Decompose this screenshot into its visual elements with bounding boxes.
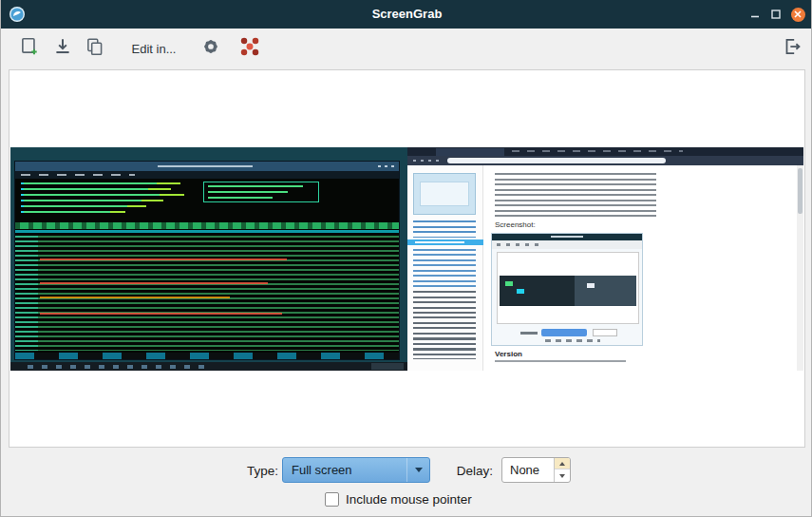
- how-to-launch-heading: How to Launch: [495, 369, 549, 371]
- terminal-menubar: [15, 171, 399, 179]
- type-label: Type:: [244, 464, 278, 478]
- preview-panel: Screenshot:: [9, 69, 805, 448]
- nested-type-label: [520, 332, 538, 335]
- save-icon: [52, 36, 73, 61]
- delay-spinbox-value: None: [510, 458, 539, 482]
- terminal-title-text: [158, 165, 253, 167]
- version-heading: Version: [495, 350, 522, 358]
- manual-page-content: Screenshot:: [407, 165, 803, 371]
- load-average-line: [208, 191, 288, 193]
- captured-desktop-left: [10, 147, 407, 371]
- spin-up-button[interactable]: [555, 458, 570, 469]
- delay-spin-buttons: [554, 458, 570, 482]
- manual-main-column: Screenshot:: [484, 165, 797, 371]
- toolbar: Edit in...: [1, 29, 812, 68]
- type-combobox[interactable]: Full screen: [282, 457, 430, 483]
- manual-sidebar: [407, 165, 483, 371]
- nested-type-combobox: [541, 329, 587, 336]
- include-pointer-checkbox[interactable]: [325, 492, 339, 507]
- intro-paragraph-text: [495, 173, 656, 219]
- htop-tasks-info-box: [203, 182, 319, 202]
- process-rows-text: [15, 236, 399, 351]
- nested-thumb-detail: [517, 289, 524, 294]
- arrow-up-icon: [559, 462, 565, 466]
- toc-links-lower: [413, 291, 476, 359]
- swap-meter: [21, 211, 125, 213]
- browser-tab-bar: [407, 147, 803, 156]
- minimize-button[interactable]: [746, 6, 764, 23]
- save-button[interactable]: [47, 33, 78, 64]
- screenshot-heading: Screenshot:: [495, 220, 536, 229]
- chevron-down-icon[interactable]: [406, 458, 429, 482]
- new-screenshot-icon: [19, 36, 40, 61]
- type-combobox-value: Full screen: [292, 458, 352, 482]
- browser-nav-icons: [413, 160, 440, 162]
- new-screenshot-button[interactable]: [14, 33, 45, 64]
- captured-taskbar: [10, 362, 407, 371]
- nested-toolbar-icons: [497, 243, 538, 246]
- cpu-meter: [21, 194, 184, 196]
- tasks-line: [208, 185, 303, 187]
- browser-active-tab: [436, 148, 504, 156]
- close-icon: [791, 8, 805, 22]
- taskbar-clock: [371, 363, 404, 370]
- cpu-meter: [21, 182, 180, 184]
- spin-down-button[interactable]: [555, 470, 570, 482]
- nested-pointer-checkbox-row: [545, 339, 600, 342]
- copy-button[interactable]: [80, 33, 110, 64]
- toc-links-middle: [413, 249, 476, 287]
- browser-scrollbar-thumb: [798, 168, 803, 214]
- captured-browser-window: Screenshot:: [407, 147, 803, 371]
- terminal-htop-output: [15, 179, 399, 359]
- memory-meter: [21, 205, 146, 207]
- quit-button[interactable]: [777, 33, 807, 64]
- toc-selected-item: [407, 239, 483, 245]
- nested-delay-spinbox: [593, 329, 617, 336]
- failed-unit-row: [40, 313, 282, 315]
- close-button[interactable]: [789, 6, 806, 23]
- delay-label: Delay:: [451, 464, 493, 478]
- nested-titlebar: [492, 234, 642, 240]
- titlebar: ScreenGrab: [1, 0, 812, 29]
- version-text-line: [495, 360, 626, 362]
- maximize-button[interactable]: [767, 6, 784, 23]
- nested-screengrab-screenshot: [491, 233, 643, 346]
- nested-preview-image: [500, 276, 636, 306]
- taskbar-window-buttons: [28, 365, 208, 369]
- nested-toolbar: [492, 240, 642, 249]
- terminal-menu-items: [21, 174, 135, 176]
- copy-icon: [85, 36, 105, 61]
- terminal-titlebar: [15, 162, 399, 171]
- failed-unit-row: [40, 258, 287, 260]
- delay-spinbox[interactable]: None: [501, 457, 571, 483]
- nested-title-text: [551, 236, 583, 238]
- settings-button[interactable]: [196, 33, 226, 64]
- browser-url-bar: [447, 158, 666, 163]
- cpu-meter: [21, 188, 171, 190]
- include-pointer-label[interactable]: Include mouse pointer: [346, 492, 472, 507]
- help-button[interactable]: [235, 33, 265, 64]
- exit-icon: [782, 36, 803, 61]
- gear-icon: [200, 36, 221, 61]
- nested-thumb-detail: [587, 283, 595, 288]
- htop-function-key-bar: [15, 353, 399, 359]
- htop-column-labels: [15, 222, 399, 229]
- nested-preview-panel: [497, 252, 639, 324]
- htop-selected-row: [15, 230, 399, 233]
- nested-thumb-detail: [505, 281, 513, 286]
- warning-row: [40, 297, 230, 298]
- uptime-line: [208, 197, 273, 199]
- arrow-down-icon: [559, 474, 565, 478]
- browser-tab-title-text: [512, 150, 683, 152]
- screenshot-preview-image: Screenshot:: [10, 147, 803, 371]
- edit-in-button[interactable]: Edit in...: [123, 33, 185, 64]
- sidebar-thumbnail-inner: [420, 182, 469, 206]
- htop-column-header: [15, 222, 399, 229]
- toc-selected-label: [415, 241, 464, 243]
- browser-nav-bar: [407, 156, 803, 165]
- sidebar-thumbnail: [413, 173, 476, 215]
- red-dots-icon: [238, 35, 261, 62]
- edit-in-label: Edit in...: [132, 42, 177, 56]
- toc-links-upper: [413, 220, 476, 238]
- cpu-meter: [21, 200, 163, 201]
